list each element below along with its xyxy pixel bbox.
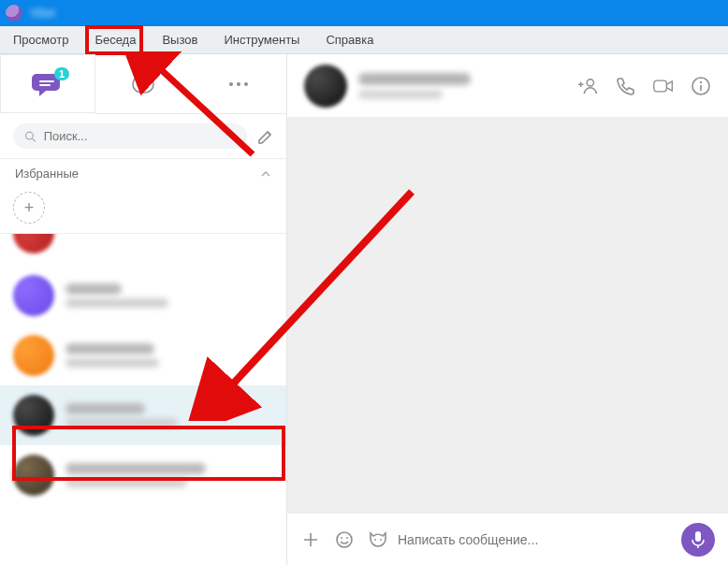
svg-point-5 [26,132,34,139]
mic-icon [692,530,705,549]
svg-point-14 [346,537,348,539]
svg-point-13 [341,537,342,539]
more-icon [227,80,250,88]
chat-name [66,283,122,295]
search-row [0,114,286,158]
cat-face-icon [368,530,388,549]
search-icon [24,130,36,143]
list-item[interactable] [0,234,286,266]
avatar [13,335,54,376]
voice-call-button[interactable] [616,76,636,96]
menu-call[interactable]: Вызов [149,26,211,53]
svg-point-10 [700,80,702,82]
add-person-icon [578,77,599,95]
favorites-header[interactable]: Избранные [0,158,286,186]
app-icon [6,5,22,22]
avatar [13,234,54,254]
chat-preview [66,478,187,487]
svg-rect-1 [138,80,149,89]
voice-message-button[interactable] [681,523,715,557]
svg-line-6 [33,138,36,141]
chat-actions [578,76,711,96]
right-pane [287,54,728,565]
svg-point-4 [244,82,248,86]
plus-icon [302,531,319,548]
chevron-up-icon [260,168,271,180]
chat-preview [66,418,178,427]
favorites-row: + [0,186,286,234]
unread-badge: 1 [54,67,69,80]
chat-name [66,403,145,414]
phone-icon [616,76,636,96]
window-titlebar: Viber [0,0,728,26]
menu-conversation[interactable]: Беседа [81,26,149,53]
avatar [13,455,54,496]
svg-point-7 [587,79,593,85]
search-input[interactable] [44,129,236,143]
menu-bar: Просмотр Беседа Вызов Инструменты Справк… [0,26,728,54]
left-pane: 1 [0,54,287,565]
add-participant-button[interactable] [578,76,599,96]
svg-point-2 [229,82,233,86]
svg-point-12 [337,532,352,547]
chat-preview [66,358,159,368]
svg-rect-8 [654,80,667,92]
favorites-label: Избранные [15,167,79,181]
add-favorite-button[interactable]: + [13,192,45,224]
app-title: Viber [30,7,56,20]
svg-point-15 [374,539,376,541]
chat-list [0,234,286,565]
attach-button[interactable] [300,529,321,550]
emoji-button[interactable] [334,529,355,550]
plus-icon: + [24,198,35,218]
list-item[interactable] [0,266,286,326]
chat-body [287,118,728,513]
message-composer [287,513,728,565]
message-input[interactable] [398,532,672,547]
list-item-selected[interactable] [0,385,286,445]
contact-name [358,73,471,85]
svg-point-3 [237,82,240,86]
avatar [13,395,54,436]
chat-header [287,54,728,118]
list-item[interactable] [0,326,286,385]
tab-chats[interactable]: 1 [0,54,95,113]
chat-preview [66,298,168,308]
info-button[interactable] [691,76,711,96]
discover-icon [129,70,157,98]
menu-help[interactable]: Справка [313,26,386,53]
svg-rect-0 [133,76,153,93]
menu-tools[interactable]: Инструменты [211,26,313,53]
tab-more[interactable] [191,54,286,113]
composer-actions [300,529,388,550]
left-tabs: 1 [0,54,286,114]
svg-point-16 [380,539,382,541]
list-item[interactable] [0,445,286,505]
avatar [13,275,54,316]
menu-view[interactable]: Просмотр [0,26,81,53]
chat-contact[interactable] [304,65,471,108]
contact-status [358,90,443,99]
svg-rect-17 [695,531,701,542]
video-icon [653,78,674,94]
main-area: 1 [0,54,728,565]
compose-button[interactable] [256,127,275,146]
search-box[interactable] [13,123,247,149]
info-icon [691,76,711,96]
video-call-button[interactable] [653,76,674,96]
tab-discover[interactable] [95,54,191,113]
sticker-button[interactable] [368,529,388,550]
compose-icon [256,127,275,146]
chat-name [66,463,206,474]
avatar [304,65,347,108]
smile-icon [335,530,354,549]
chat-name [66,343,154,355]
